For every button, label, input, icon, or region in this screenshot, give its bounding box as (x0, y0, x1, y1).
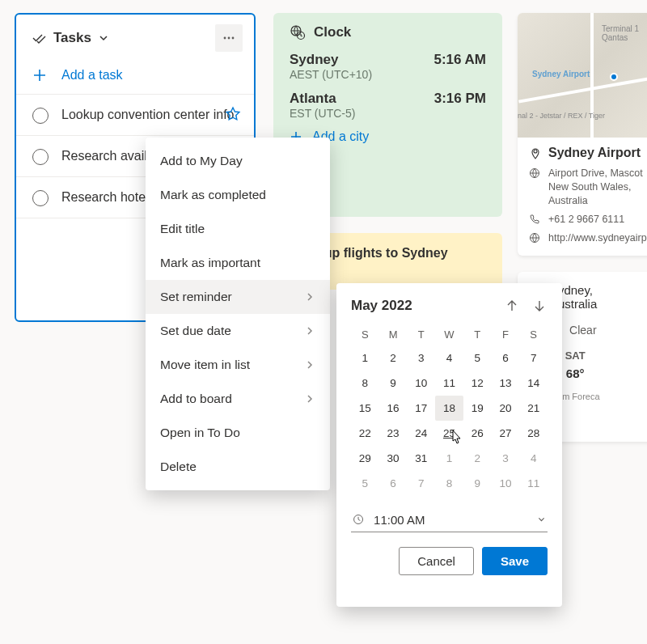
svg-point-0 (224, 37, 226, 40)
calendar-day[interactable]: 27 (492, 421, 520, 446)
calendar-day[interactable]: 2 (379, 345, 408, 371)
arrow-down-icon[interactable] (531, 298, 548, 314)
map-info: Sydney Airport Airport Drive, Mascot New… (518, 138, 647, 256)
chevron-down-icon[interactable] (537, 514, 546, 525)
map-thumbnail[interactable]: Terminal 1 Qantas Sydney Airport nal 2 -… (518, 13, 647, 138)
chevron-right-icon (304, 325, 315, 337)
tasks-icon (31, 30, 47, 46)
menu-item-open-in-to-do[interactable]: Open in To Do (146, 416, 330, 450)
calendar-day[interactable]: 6 (492, 345, 520, 371)
arrow-up-icon[interactable] (504, 298, 520, 314)
map-card: Terminal 1 Qantas Sydney Airport nal 2 -… (518, 13, 647, 256)
calendar-day[interactable]: 28 (519, 421, 548, 446)
calendar-day[interactable]: 21 (519, 396, 548, 421)
task-checkbox[interactable] (32, 108, 49, 124)
menu-item-add-to-my-day[interactable]: Add to My Day (146, 144, 330, 178)
dow-header: T (407, 324, 435, 345)
calendar-day[interactable]: 10 (407, 371, 435, 396)
menu-item-add-to-board[interactable]: Add to board (146, 382, 330, 416)
calendar-day[interactable]: 31 (407, 446, 435, 471)
map-phone: +61 2 9667 6111 (548, 213, 624, 227)
menu-item-set-due-date[interactable]: Set due date (146, 314, 330, 348)
calendar-day[interactable]: 18 (435, 396, 463, 421)
globe-icon (529, 167, 540, 179)
calendar-day[interactable]: 3 (407, 345, 435, 371)
calendar-day[interactable]: 5 (463, 345, 492, 371)
task-item[interactable]: Lookup convention center info (16, 94, 254, 135)
calendar-day[interactable]: 12 (463, 371, 492, 396)
menu-item-edit-title[interactable]: Edit title (146, 212, 330, 246)
menu-item-mark-as-completed[interactable]: Mark as completed (146, 178, 330, 212)
calendar-day[interactable]: 22 (351, 421, 379, 446)
calendar-day[interactable]: 20 (492, 396, 520, 421)
map-poi-label: nal 2 - Jetstar / REX / Tiger (518, 112, 605, 120)
weather-location: Sydney, Australia (550, 283, 642, 311)
reminder-datepicker: May 2022 SMTWTFS123456789101112131415161… (336, 283, 562, 607)
calendar-day[interactable]: 16 (379, 396, 408, 421)
map-pin-label: Sydney Airport (532, 70, 590, 78)
save-button[interactable]: Save (482, 547, 548, 575)
calendar-day[interactable]: 19 (463, 396, 492, 421)
calendar-day[interactable]: 25 (435, 421, 463, 446)
task-checkbox[interactable] (32, 190, 49, 206)
calendar-day[interactable]: 15 (351, 396, 379, 421)
calendar-day[interactable]: 1 (351, 345, 379, 371)
calendar-day[interactable]: 1 (435, 446, 463, 471)
calendar-day[interactable]: 3 (492, 446, 520, 471)
calendar-day[interactable]: 4 (519, 446, 548, 471)
calendar-day[interactable]: 10 (492, 471, 520, 496)
svg-point-2 (232, 37, 235, 40)
time-input[interactable] (374, 513, 527, 527)
globe-clock-icon (290, 24, 306, 40)
add-task-placeholder: Add a task (61, 68, 123, 83)
calendar-day[interactable]: 8 (435, 471, 463, 496)
chevron-right-icon (304, 359, 315, 371)
menu-item-set-reminder[interactable]: Set reminder (146, 280, 330, 314)
calendar-day[interactable]: 2 (463, 446, 492, 471)
map-title: Sydney Airport (548, 146, 641, 160)
star-icon[interactable] (225, 106, 241, 122)
calendar-day[interactable]: 11 (435, 371, 463, 396)
time-input-row[interactable] (351, 507, 548, 532)
map-pin-icon (610, 73, 618, 81)
calendar-day[interactable]: 14 (519, 371, 548, 396)
chevron-down-icon (98, 32, 109, 44)
svg-point-1 (228, 37, 230, 40)
calendar-day[interactable]: 8 (351, 371, 379, 396)
calendar-day[interactable]: 13 (492, 371, 520, 396)
add-task-input[interactable]: Add a task (16, 60, 254, 94)
task-checkbox[interactable] (32, 149, 49, 165)
menu-item-label: Add to board (160, 392, 232, 406)
calendar-day[interactable]: 5 (351, 471, 379, 496)
calendar-day[interactable]: 7 (519, 345, 548, 371)
datepicker-month[interactable]: May 2022 (351, 298, 412, 314)
calendar-day[interactable]: 9 (379, 371, 408, 396)
menu-item-label: Open in To Do (160, 426, 240, 440)
calendar-day[interactable]: 4 (435, 345, 463, 371)
calendar-day[interactable]: 9 (463, 471, 492, 496)
calendar-day[interactable]: 11 (519, 471, 548, 496)
calendar-day[interactable]: 29 (351, 446, 379, 471)
clock-city-time: 5:16 AM (433, 52, 486, 68)
calendar-day[interactable]: 17 (407, 396, 435, 421)
menu-item-move-item-in-list[interactable]: Move item in list (146, 348, 330, 382)
menu-item-label: Delete (160, 460, 197, 474)
clock-header: Clock (290, 24, 486, 40)
cancel-button[interactable]: Cancel (399, 547, 474, 575)
menu-item-label: Set reminder (160, 290, 232, 304)
calendar-day[interactable]: 24 (407, 421, 435, 446)
menu-item-mark-as-important[interactable]: Mark as important (146, 246, 330, 280)
more-button[interactable] (215, 24, 243, 52)
clock-city-time: 3:16 PM (434, 91, 486, 107)
calendar-day[interactable]: 30 (379, 446, 408, 471)
location-icon (529, 147, 542, 160)
dow-header: T (463, 324, 492, 345)
calendar-day[interactable]: 26 (463, 421, 492, 446)
map-url[interactable]: http://www.sydneyairport.com (548, 231, 647, 245)
dow-header: S (519, 324, 548, 345)
calendar-day[interactable]: 23 (379, 421, 408, 446)
calendar-day[interactable]: 6 (379, 471, 408, 496)
tasks-title[interactable]: Tasks (31, 30, 109, 46)
calendar-day[interactable]: 7 (407, 471, 435, 496)
menu-item-delete[interactable]: Delete (146, 450, 330, 484)
